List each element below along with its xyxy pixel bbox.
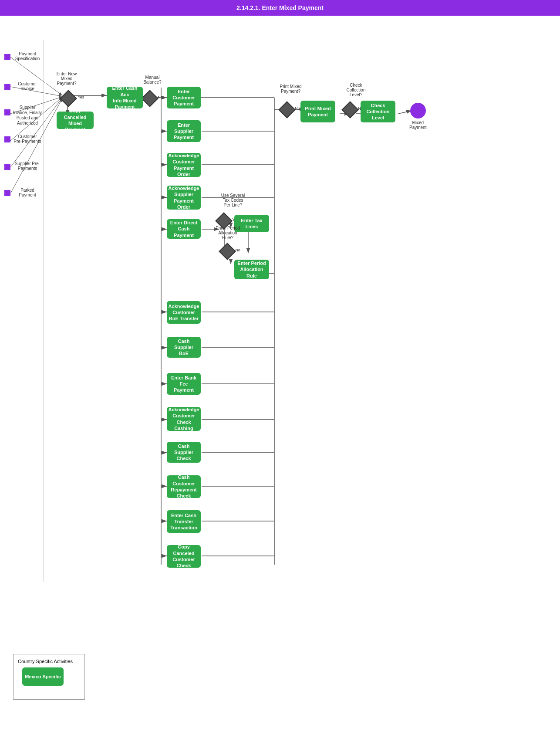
legend-title: Country Specific Activities [18, 659, 80, 664]
ack-boe-transfer-box[interactable]: AcknowledgeCustomerBoE Transfer [167, 301, 201, 324]
print-mixed-q-label: Print MixedPayment? [272, 84, 309, 94]
copy-cancelled-box[interactable]: Copy CancelledMixed Payment [57, 112, 94, 129]
enter-direct-cash-box[interactable]: Enter DirectCash Payment [167, 219, 201, 239]
print-mixed-box[interactable]: Print MixedPayment [300, 101, 335, 122]
manual-balance-label: ManualBalance? [135, 75, 170, 85]
mixed-payment-end-circle [410, 103, 426, 119]
enter-customer-payment-box[interactable]: EnterCustomerPayment [167, 87, 201, 108]
customer-invoice-icon [4, 84, 10, 90]
customer-prepayments-label: CustomerPre-Payments [12, 134, 43, 144]
enter-new-label: Enter NewMixedPayment? [47, 71, 86, 86]
ack-customer-po-box[interactable]: AcknowledgeCustomerPayment Order [167, 153, 201, 177]
ack-supplier-po-box[interactable]: AcknowledgeSupplierPaymentOrder [167, 186, 201, 210]
mexico-specific-box[interactable]: Mexico Specific [22, 667, 64, 686]
parked-payment-label: ParkedPayment [12, 188, 43, 197]
cash-customer-repayment-box[interactable]: Cash CustomerRepaymentCheck [167, 475, 201, 498]
payment-spec-label: PaymentSpecification [12, 51, 43, 61]
customer-prepayments-icon [4, 136, 10, 142]
enter-bank-fee-box[interactable]: Enter BankFeePayment [167, 373, 201, 395]
enter-cash-transfer-box[interactable]: Enter CashTransferTransaction [167, 510, 201, 533]
ack-check-cashing-box[interactable]: AcknowledgeCustomer CheckCashing [167, 407, 201, 431]
customer-invoice-label: CustomerInvoice [12, 81, 43, 91]
check-collection-level-box[interactable]: CheckCollectionLevel [361, 101, 395, 122]
cash-supplier-boe-box[interactable]: Cash SupplierBoE [167, 337, 201, 358]
page-title: 2.14.2.1. Enter Mixed Payment [0, 0, 560, 16]
diagram-area: PaymentSpecification CustomerInvoice Sup… [0, 16, 560, 739]
enter-period-alloc-label: Enter PeriodAllocationRule? [208, 226, 247, 240]
payment-spec-icon [4, 54, 10, 60]
header: 2.14.2.1. Enter Mixed Payment [0, 0, 560, 16]
supplier-prepayments-label: Supplier Pre-Payments [12, 161, 43, 171]
enter-period-alloc-no-label: No [233, 248, 242, 252]
enter-period-alloc-box[interactable]: Enter PeriodAllocation Rule [234, 260, 269, 279]
supplier-invoice-label: SupplierInvoice, FinallyPosted andAuthor… [12, 105, 43, 126]
supplier-invoice-icon [4, 109, 10, 115]
use-several-tax-label: Use SeveralTax CodesPer Line? [213, 193, 253, 207]
parked-payment-icon [4, 190, 10, 196]
copy-canceled-check-box[interactable]: Copy CanceledCustomer Check [167, 545, 201, 568]
supplier-prepayments-icon [4, 164, 10, 170]
enter-cash-acc-box[interactable]: Enter Cash AccInfo MixedPayment [107, 87, 143, 108]
enter-new-yes-label: Yes [74, 95, 88, 99]
cash-supplier-check-box[interactable]: Cash SupplierCheck [167, 442, 201, 463]
mixed-payment-end-label: MixedPayment [409, 120, 426, 130]
manual-balance-no-label: No [156, 95, 165, 99]
check-collection-q-label: CheckCollectionLevel? [337, 83, 374, 97]
enter-supplier-payment-box[interactable]: EnterSupplierPayment [167, 120, 201, 142]
legend-box: Country Specific Activities Mexico Speci… [13, 654, 85, 700]
